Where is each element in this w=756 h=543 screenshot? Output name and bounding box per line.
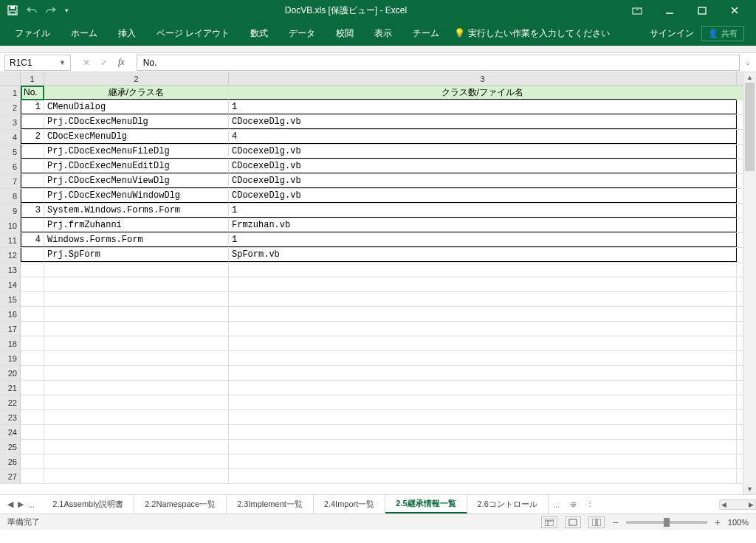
cell[interactable]: [229, 307, 737, 321]
cell[interactable]: 3: [21, 204, 44, 218]
table-row[interactable]: Prj.CDocExecMenuWindowDlgCDocexeDlg.vb: [21, 189, 743, 204]
cell[interactable]: 1: [229, 100, 737, 114]
sheet-nav-prev-icon[interactable]: ◀: [7, 499, 13, 509]
cell[interactable]: [229, 440, 737, 454]
row-header[interactable]: 24: [0, 425, 20, 440]
cell[interactable]: [21, 395, 44, 409]
table-row[interactable]: [21, 395, 743, 410]
cell[interactable]: [21, 263, 44, 277]
col-header-2[interactable]: 2: [44, 72, 229, 85]
row-header[interactable]: 10: [0, 218, 20, 233]
cell[interactable]: [229, 381, 737, 395]
cell[interactable]: [21, 189, 44, 203]
table-row[interactable]: 2CDocExecMenuDlg4: [21, 130, 743, 145]
name-box[interactable]: R1C1 ▼: [4, 55, 71, 71]
row-header[interactable]: 9: [0, 204, 20, 218]
row-header[interactable]: 11: [0, 233, 20, 248]
cell[interactable]: Windows.Forms.Form: [44, 233, 229, 247]
formula-bar-expand-icon[interactable]: ⌄: [744, 59, 756, 66]
cell[interactable]: No.: [21, 86, 44, 100]
table-row[interactable]: 1CMenuDialog1: [21, 100, 743, 115]
tab-home[interactable]: ホーム: [61, 21, 108, 46]
cell[interactable]: System.Windows.Forms.Form: [44, 204, 229, 218]
cell[interactable]: CDocexeDlg.vb: [229, 115, 737, 129]
sheet-tab[interactable]: 2.1Assembly説明書: [42, 495, 134, 513]
table-row[interactable]: [21, 410, 743, 425]
cell[interactable]: Prj.CDocExecMenuFileDlg: [44, 145, 229, 159]
row-header[interactable]: 23: [0, 410, 20, 425]
cell[interactable]: [229, 454, 737, 468]
cell[interactable]: [229, 469, 737, 483]
cell[interactable]: [21, 440, 44, 454]
row-header[interactable]: 13: [0, 263, 20, 277]
cell[interactable]: Prj.frmZuhanni: [44, 218, 229, 232]
cell[interactable]: [44, 454, 229, 468]
ribbon-display-options-icon[interactable]: [626, 3, 648, 18]
cell[interactable]: [44, 440, 229, 454]
tell-me[interactable]: 💡 実行したい作業を入力してください: [450, 27, 610, 40]
cell[interactable]: [229, 410, 737, 424]
cell[interactable]: [229, 277, 737, 291]
scroll-down-icon[interactable]: ▼: [743, 484, 756, 494]
table-row[interactable]: Prj.CDocExecMenuFileDlgCDocexeDlg.vb: [21, 145, 743, 159]
name-box-dropdown-icon[interactable]: ▼: [59, 59, 66, 66]
cell[interactable]: SpForm.vb: [229, 248, 737, 262]
sheet-tab[interactable]: 2.3Implement一覧: [227, 495, 314, 513]
hscroll-left-icon[interactable]: ◀: [721, 501, 726, 508]
cancel-icon[interactable]: ✕: [83, 58, 90, 68]
cell[interactable]: 1: [229, 233, 737, 247]
cell[interactable]: [21, 145, 44, 159]
col-header-3[interactable]: 3: [229, 72, 737, 85]
table-row[interactable]: [21, 425, 743, 440]
table-row[interactable]: [21, 366, 743, 381]
horizontal-scrollbar[interactable]: ◀ ▶: [719, 499, 756, 510]
sheet-tab[interactable]: 2.5継承情報一覧: [385, 495, 467, 513]
insert-function-icon[interactable]: fx: [118, 57, 125, 68]
cell[interactable]: [21, 307, 44, 321]
minimize-icon[interactable]: [659, 3, 681, 18]
row-header[interactable]: 18: [0, 336, 20, 351]
view-normal-icon[interactable]: [541, 516, 557, 528]
tab-file[interactable]: ファイル: [4, 21, 61, 46]
row-header[interactable]: 6: [0, 159, 20, 174]
zoom-out-icon[interactable]: −: [612, 516, 618, 528]
maximize-icon[interactable]: [691, 3, 713, 18]
cell[interactable]: [21, 322, 44, 336]
sheet-more-icon[interactable]: ...: [549, 500, 564, 509]
zoom-slider[interactable]: [626, 521, 707, 524]
cell[interactable]: 継承/クラス名: [44, 86, 229, 100]
table-row[interactable]: [21, 351, 743, 366]
row-header[interactable]: 14: [0, 277, 20, 292]
sheet-tab[interactable]: 2.4Import一覧: [314, 495, 385, 513]
cell[interactable]: CMenuDialog: [44, 100, 229, 114]
row-header[interactable]: 16: [0, 307, 20, 322]
sheet-tab[interactable]: 2.6コントロール: [467, 495, 549, 513]
vertical-scrollbar[interactable]: ▲ ▼: [743, 72, 756, 494]
table-row[interactable]: 4Windows.Forms.Form1: [21, 233, 743, 248]
table-row[interactable]: [21, 322, 743, 336]
cell[interactable]: [44, 307, 229, 321]
row-header[interactable]: 12: [0, 248, 20, 263]
cell[interactable]: Prj.CDocExecMenuViewDlg: [44, 174, 229, 188]
cell[interactable]: [229, 322, 737, 336]
cell[interactable]: [229, 263, 737, 277]
cell[interactable]: [44, 277, 229, 291]
table-row[interactable]: [21, 307, 743, 322]
cell[interactable]: [229, 366, 737, 380]
table-row[interactable]: [21, 469, 743, 484]
scroll-up-icon[interactable]: ▲: [743, 72, 756, 83]
cell[interactable]: [21, 115, 44, 129]
cell[interactable]: [21, 277, 44, 291]
table-row[interactable]: [21, 381, 743, 395]
row-header[interactable]: 7: [0, 174, 20, 189]
cell[interactable]: [21, 336, 44, 350]
cell[interactable]: 2: [21, 130, 44, 144]
table-row[interactable]: 3System.Windows.Forms.Form1: [21, 204, 743, 218]
cell[interactable]: [229, 336, 737, 350]
row-header[interactable]: 5: [0, 145, 20, 159]
cell[interactable]: [21, 366, 44, 380]
zoom-slider-knob[interactable]: [664, 518, 670, 527]
tab-page-layout[interactable]: ページ レイアウト: [146, 21, 240, 46]
cell[interactable]: 1: [229, 204, 737, 218]
cell[interactable]: CDocexeDlg.vb: [229, 159, 737, 173]
